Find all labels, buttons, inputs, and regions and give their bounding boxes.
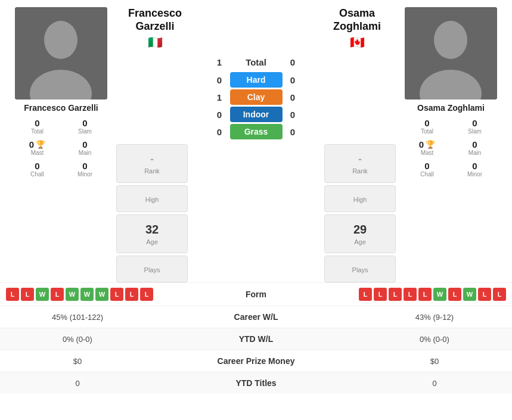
top-row: Francesco Garzelli 0 Total 0 Slam 0 🏆 Ma… <box>0 0 512 282</box>
score-clay-left: 1 <box>209 92 230 102</box>
badge-indoor: Indoor <box>230 107 283 122</box>
badge-clay: Clay <box>230 89 283 105</box>
right-chall-val: 0 <box>424 161 429 171</box>
left-player-stats: 0 Total 0 Slam 0 🏆 Mast 0 Main <box>14 116 109 179</box>
left-flag: 🇮🇹 <box>148 35 163 49</box>
form-badge-w: W <box>66 288 79 301</box>
right-slam-cell: 0 Slam <box>451 116 499 136</box>
left-total-cell: 0 Total <box>14 116 61 136</box>
bottom-stats: 45% (101-122)Career W/L43% (9-12)0% (0-0… <box>0 306 512 394</box>
right-minor-cell: 0 Minor <box>451 159 499 179</box>
bottom-row-1: 0% (0-0)YTD W/L0% (0-0) <box>0 328 512 350</box>
form-section: LLWLWWWLLL Form LLLLLWLWLL <box>0 282 512 306</box>
right-player-photo <box>405 7 497 99</box>
right-name-top: OsamaZoghlami <box>333 7 381 33</box>
right-mast-cell: 0 🏆 Mast <box>404 138 451 158</box>
left-mast-val: 0 <box>29 139 34 150</box>
form-badge-l: L <box>478 288 491 301</box>
left-mast-cell: 0 🏆 Mast <box>14 138 61 158</box>
right-name-flag: OsamaZoghlami 🇨🇦 <box>318 7 396 49</box>
right-main-lbl: Main <box>468 150 482 156</box>
form-badge-l: L <box>448 288 461 301</box>
right-age-panel: 29 Age <box>324 214 396 253</box>
form-badge-l: L <box>110 288 123 301</box>
left-minor-val: 0 <box>82 161 87 171</box>
bottom-right-val-0: 43% (9-12) <box>366 313 503 322</box>
score-total-right: 0 <box>283 57 303 67</box>
form-badge-l: L <box>140 288 153 301</box>
score-indoor-left: 0 <box>209 110 230 120</box>
score-grass-right: 0 <box>283 127 303 137</box>
score-hard-right: 0 <box>283 75 303 85</box>
left-plays-lbl: Plays <box>144 266 160 273</box>
form-badge-l: L <box>6 288 19 301</box>
score-clay-row: 1 Clay 0 <box>116 89 396 105</box>
left-main-lbl: Main <box>79 150 92 156</box>
left-player-name: Francesco Garzelli <box>24 103 98 113</box>
bottom-row-0: 45% (101-122)Career W/L43% (9-12) <box>0 306 512 328</box>
bottom-row-2: $0Career Prize Money$0 <box>0 350 512 372</box>
left-rank-lbl: Rank <box>144 167 160 175</box>
form-badge-l: L <box>21 288 34 301</box>
right-main-cell: 0 Main <box>451 138 499 158</box>
right-flag: 🇨🇦 <box>350 35 365 49</box>
bottom-left-val-0: 45% (101-122) <box>9 313 146 322</box>
right-form-badges: LLLLLWLWLL <box>359 288 506 301</box>
left-minor-lbl: Minor <box>77 171 92 178</box>
badge-grass: Grass <box>230 124 283 139</box>
right-age-lbl: Age <box>354 238 366 245</box>
left-plays-panel: Plays <box>116 256 188 282</box>
left-high-panel: High <box>116 185 188 212</box>
right-minor-val: 0 <box>472 161 477 171</box>
score-clay-right: 0 <box>283 92 303 102</box>
left-name-flag: FrancescoGarzelli 🇮🇹 <box>116 7 194 49</box>
left-total-val: 0 <box>35 118 39 128</box>
bottom-row-label-0: Career W/L <box>146 312 366 322</box>
right-slam-val: 0 <box>472 118 477 128</box>
bottom-right-val-3: 0 <box>366 379 503 388</box>
right-mast-val: 0 <box>419 139 424 150</box>
right-minor-lbl: Minor <box>467 171 482 178</box>
score-total-left: 1 <box>209 57 230 67</box>
score-hard-left: 0 <box>209 75 230 85</box>
left-mast-trophy: 0 🏆 <box>29 139 45 150</box>
form-badge-l: L <box>404 288 417 301</box>
form-badge-l: L <box>389 288 402 301</box>
right-high-lbl: High <box>353 196 367 203</box>
score-indoor-right: 0 <box>283 110 303 120</box>
right-chall-cell: 0 Chall <box>404 159 451 179</box>
bottom-left-val-3: 0 <box>9 379 146 388</box>
bottom-right-val-2: $0 <box>366 357 503 366</box>
left-chall-cell: 0 Chall <box>14 159 61 179</box>
right-rank-lbl: Rank <box>352 167 368 175</box>
left-minor-cell: 0 Minor <box>61 159 109 179</box>
score-total-row: 1 Total 0 <box>116 54 396 70</box>
score-indoor-row: 0 Indoor 0 <box>116 107 396 122</box>
right-player-name: Osama Zoghlami <box>417 103 485 113</box>
bottom-row-label-1: YTD W/L <box>146 334 366 344</box>
left-slam-cell: 0 Slam <box>61 116 109 136</box>
left-age-panel: 32 Age <box>116 214 188 253</box>
left-panels: - Rank High 32 Age Plays <box>116 144 188 282</box>
left-form-badges: LLWLWWWLLL <box>6 288 153 301</box>
bottom-left-val-1: 0% (0-0) <box>9 335 146 344</box>
form-badge-w: W <box>80 288 94 301</box>
right-total-val: 0 <box>424 118 429 128</box>
left-chall-lbl: Chall <box>30 171 44 178</box>
right-slam-lbl: Slam <box>468 128 482 135</box>
right-panels: - Rank High 29 Age Plays <box>324 144 396 282</box>
left-trophy-icon: 🏆 <box>36 140 45 149</box>
left-mast-lbl: Mast <box>31 150 44 156</box>
right-main-val: 0 <box>472 139 477 150</box>
bottom-row-label-2: Career Prize Money <box>146 356 366 366</box>
right-chall-lbl: Chall <box>420 171 434 178</box>
right-total-lbl: Total <box>421 128 433 135</box>
right-player-stats: 0 Total 0 Slam 0 🏆 Mast 0 Main <box>404 116 499 179</box>
form-badge-w: W <box>433 288 446 301</box>
form-badge-w: W <box>36 288 49 301</box>
form-badge-l: L <box>359 288 372 301</box>
score-grass-row: 0 Grass 0 <box>116 124 396 139</box>
bottom-row-label-3: YTD Titles <box>146 378 366 388</box>
right-rank-val: - <box>358 153 362 166</box>
right-age-val: 29 <box>353 223 367 237</box>
